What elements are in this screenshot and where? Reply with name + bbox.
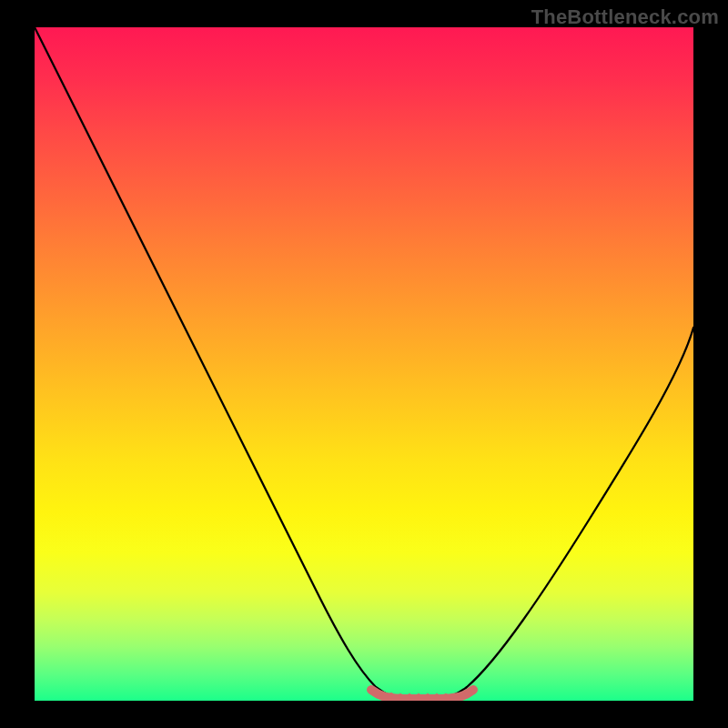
curve-svg (35, 27, 693, 701)
optimal-band-ticks (391, 694, 446, 701)
optimal-band-path (371, 690, 473, 699)
bottleneck-curve-path (35, 27, 693, 699)
watermark-text: TheBottleneck.com (531, 5, 719, 29)
plot-area (35, 27, 693, 701)
chart-frame: TheBottleneck.com (0, 0, 728, 728)
